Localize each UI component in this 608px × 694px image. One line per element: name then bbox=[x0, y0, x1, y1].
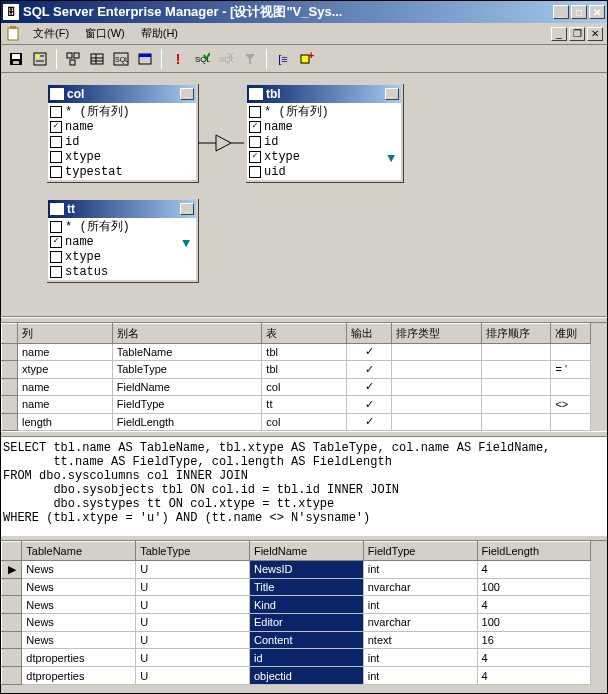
field-row[interactable]: id bbox=[247, 134, 401, 149]
grid-row[interactable]: xtypeTableTypetbl✓= ' bbox=[2, 361, 591, 378]
result-cell[interactable]: News bbox=[22, 596, 136, 614]
menu-window[interactable]: 窗口(W) bbox=[79, 24, 131, 43]
field-row[interactable]: id bbox=[48, 134, 196, 149]
close-button[interactable]: ✕ bbox=[589, 5, 605, 19]
verify-sql-icon[interactable]: SQL bbox=[191, 48, 213, 70]
field-row[interactable]: ✓name bbox=[48, 119, 196, 134]
field-row[interactable]: status bbox=[48, 264, 196, 279]
result-header[interactable]: FieldLength bbox=[477, 542, 591, 561]
row-selector[interactable] bbox=[2, 578, 22, 596]
menu-help[interactable]: 帮助(H) bbox=[135, 24, 184, 43]
output-checkbox[interactable]: ✓ bbox=[347, 361, 392, 378]
result-cell[interactable]: News bbox=[22, 560, 136, 578]
grid-row[interactable]: nameFieldNamecol✓ bbox=[2, 378, 591, 395]
table-minimize-icon[interactable]: _ bbox=[180, 88, 194, 100]
field-checkbox[interactable] bbox=[50, 136, 62, 148]
grid-cell[interactable]: name bbox=[17, 396, 112, 413]
result-cell[interactable]: objectid bbox=[249, 667, 363, 685]
scrollbar[interactable] bbox=[591, 323, 607, 431]
field-row[interactable]: ✓name bbox=[247, 119, 401, 134]
result-row[interactable]: NewsUTitlenvarchar100 bbox=[2, 578, 591, 596]
field-checkbox[interactable]: ✓ bbox=[249, 151, 261, 163]
save-icon[interactable] bbox=[5, 48, 27, 70]
field-row[interactable]: xtype bbox=[48, 149, 196, 164]
sql-pane-icon[interactable]: SQL bbox=[110, 48, 132, 70]
result-row[interactable]: dtpropertiesUobjectidint4 bbox=[2, 667, 591, 685]
mdi-minimize-button[interactable]: _ bbox=[551, 27, 567, 41]
field-row[interactable]: * (所有列) bbox=[48, 219, 196, 234]
grid-cell[interactable]: FieldType bbox=[112, 396, 262, 413]
result-cell[interactable]: News bbox=[22, 631, 136, 649]
result-cell[interactable]: U bbox=[136, 649, 250, 667]
field-row[interactable]: * (所有列) bbox=[247, 104, 401, 119]
field-checkbox[interactable] bbox=[50, 151, 62, 163]
field-checkbox[interactable]: ✓ bbox=[50, 236, 62, 248]
cancel-icon[interactable]: SQL bbox=[215, 48, 237, 70]
grid-cell[interactable] bbox=[391, 413, 481, 430]
result-row[interactable]: NewsUKindint4 bbox=[2, 596, 591, 614]
grid-cell[interactable]: name bbox=[17, 378, 112, 395]
field-checkbox[interactable] bbox=[50, 166, 62, 178]
result-cell[interactable]: 4 bbox=[477, 596, 591, 614]
grid-cell[interactable]: xtype bbox=[17, 361, 112, 378]
field-checkbox[interactable] bbox=[50, 221, 62, 233]
grid-cell[interactable]: name bbox=[17, 343, 112, 360]
result-cell[interactable]: U bbox=[136, 613, 250, 631]
grid-pane-icon[interactable] bbox=[86, 48, 108, 70]
grid-header[interactable]: 列 bbox=[17, 324, 112, 344]
field-checkbox[interactable] bbox=[249, 166, 261, 178]
grid-cell[interactable]: tbl bbox=[262, 343, 347, 360]
grid-cell[interactable]: tt bbox=[262, 396, 347, 413]
grid-cell[interactable] bbox=[551, 343, 591, 360]
result-cell[interactable]: 100 bbox=[477, 578, 591, 596]
scrollbar[interactable] bbox=[591, 541, 607, 685]
table-minimize-icon[interactable]: _ bbox=[180, 203, 194, 215]
result-header[interactable]: FieldType bbox=[363, 542, 477, 561]
row-selector[interactable] bbox=[2, 613, 22, 631]
row-selector[interactable] bbox=[2, 649, 22, 667]
table-window-tt[interactable]: tt_ ▼* (所有列)✓namextypestatus bbox=[46, 198, 198, 282]
menu-file[interactable]: 文件(F) bbox=[27, 24, 75, 43]
table-window-col[interactable]: col_ * (所有列)✓nameidxtypetypestat bbox=[46, 83, 198, 182]
properties-icon[interactable] bbox=[29, 48, 51, 70]
criteria-grid-pane[interactable]: 列别名表输出排序类型排序顺序准则 nameTableNametbl✓ xtype… bbox=[1, 323, 607, 431]
result-cell[interactable]: U bbox=[136, 667, 250, 685]
field-row[interactable]: uid bbox=[247, 164, 401, 179]
grid-header[interactable]: 准则 bbox=[551, 324, 591, 344]
table-minimize-icon[interactable]: _ bbox=[385, 88, 399, 100]
grid-cell[interactable] bbox=[481, 378, 551, 395]
grid-cell[interactable]: tbl bbox=[262, 361, 347, 378]
grid-header[interactable]: 排序类型 bbox=[391, 324, 481, 344]
field-checkbox[interactable] bbox=[50, 266, 62, 278]
grid-row[interactable]: nameFieldTypett✓<> bbox=[2, 396, 591, 413]
result-cell[interactable]: U bbox=[136, 578, 250, 596]
sql-pane[interactable]: SELECT tbl.name AS TableName, tbl.xtype … bbox=[1, 437, 607, 535]
result-cell[interactable]: dtproperties bbox=[22, 667, 136, 685]
result-cell[interactable]: 100 bbox=[477, 613, 591, 631]
result-cell[interactable]: 16 bbox=[477, 631, 591, 649]
mdi-close-button[interactable]: ✕ bbox=[587, 27, 603, 41]
result-cell[interactable]: Editor bbox=[249, 613, 363, 631]
table-window-tbl[interactable]: tbl_ ▼* (所有列)✓nameid✓xtypeuid bbox=[245, 83, 403, 182]
grid-cell[interactable]: = ' bbox=[551, 361, 591, 378]
result-cell[interactable]: U bbox=[136, 560, 250, 578]
row-selector[interactable]: ▶ bbox=[2, 560, 22, 578]
result-header[interactable]: TableType bbox=[136, 542, 250, 561]
grid-cell[interactable]: length bbox=[17, 413, 112, 430]
output-checkbox[interactable]: ✓ bbox=[347, 378, 392, 395]
grid-row[interactable]: lengthFieldLengthcol✓ bbox=[2, 413, 591, 430]
result-row[interactable]: dtpropertiesUidint4 bbox=[2, 649, 591, 667]
result-cell[interactable]: U bbox=[136, 631, 250, 649]
result-cell[interactable]: Kind bbox=[249, 596, 363, 614]
remove-filter-icon[interactable] bbox=[239, 48, 261, 70]
grid-cell[interactable]: col bbox=[262, 413, 347, 430]
result-header[interactable]: FieldName bbox=[249, 542, 363, 561]
row-selector[interactable] bbox=[2, 667, 22, 685]
grid-header[interactable]: 排序顺序 bbox=[481, 324, 551, 344]
group-by-icon[interactable]: [≡ bbox=[272, 48, 294, 70]
output-checkbox[interactable]: ✓ bbox=[347, 343, 392, 360]
grid-cell[interactable]: <> bbox=[551, 396, 591, 413]
field-checkbox[interactable] bbox=[249, 106, 261, 118]
grid-cell[interactable] bbox=[481, 343, 551, 360]
result-cell[interactable]: 4 bbox=[477, 667, 591, 685]
